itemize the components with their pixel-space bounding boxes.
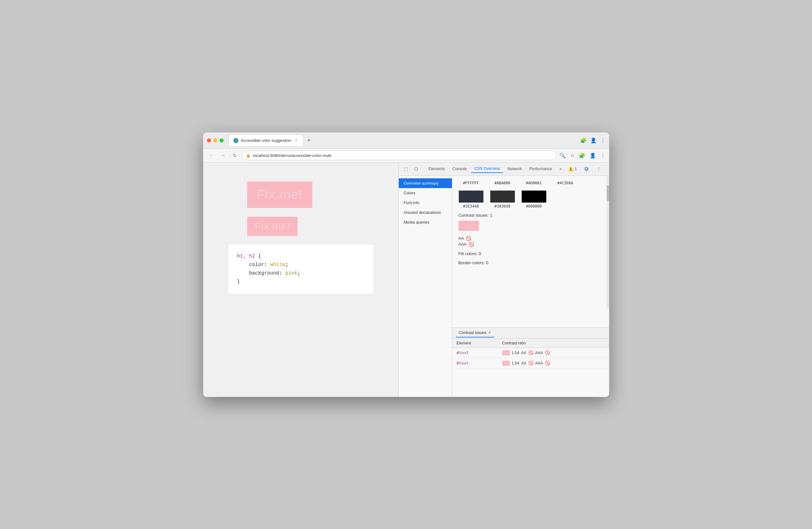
hex-label-3: #AD00A1: [521, 181, 547, 185]
browser-tab[interactable]: Accessible color suggestion ✕: [229, 134, 304, 146]
scrollbar-thumb[interactable]: [607, 185, 609, 201]
reload-button[interactable]: ↻: [231, 151, 239, 160]
color-label-3: #000000: [526, 204, 542, 209]
tab-performance[interactable]: Performance: [526, 165, 555, 173]
tab-more-button[interactable]: »: [556, 165, 565, 173]
color-item-2: #303030: [490, 190, 515, 209]
url-bar[interactable]: 🔒 localhost:8080/demo/accessible-color-m…: [242, 151, 556, 160]
sidebar-item-media-queries[interactable]: Media queries: [399, 217, 452, 227]
aaa-fail-icon: 🚫: [468, 242, 474, 247]
back-button[interactable]: ←: [207, 151, 216, 159]
forward-button[interactable]: →: [219, 151, 228, 159]
tab-css-overview[interactable]: CSS Overview: [471, 165, 503, 173]
traffic-lights: [207, 138, 223, 142]
address-bar: ← → ↻ 🔒 localhost:8080/demo/accessible-c…: [203, 149, 609, 162]
contrast-tab-bar: Contrast issues ✕: [452, 328, 609, 339]
color-label-2: #303030: [494, 204, 510, 209]
profile-icon[interactable]: 👤: [590, 138, 597, 143]
tab-bar: Accessible color suggestion ✕ +: [229, 134, 578, 146]
color-swatch-2[interactable]: [490, 190, 515, 203]
title-bar: Accessible color suggestion ✕ + 🧩 👤 ⋮: [203, 132, 609, 149]
minimize-button[interactable]: [213, 138, 217, 142]
menu-icon[interactable]: ⋮: [600, 138, 605, 143]
aa-row: AA 🚫: [459, 236, 603, 241]
contrast-table: Element Contrast ratio ➜: [452, 339, 609, 397]
close-devtools-button[interactable]: ✕: [606, 165, 609, 173]
more-button[interactable]: ⋮: [594, 165, 604, 173]
zoom-icon[interactable]: 🔍: [560, 153, 566, 158]
browser-menu-icon[interactable]: ⋮: [600, 153, 605, 158]
aa-fail-icon: 🚫: [466, 236, 471, 241]
tab-close-button[interactable]: ✕: [294, 138, 299, 143]
settings-button[interactable]: ⚙️: [581, 165, 592, 173]
maximize-button[interactable]: [219, 138, 223, 142]
hex-label-4: #4C566A: [553, 181, 578, 185]
page-content: Fix me! Fix me! h1, h2 { color: white; b…: [203, 162, 398, 397]
tab-elements[interactable]: Elements: [425, 165, 448, 173]
browser-window: Accessible color suggestion ✕ + 🧩 👤 ⋮ ← …: [203, 132, 609, 397]
color-swatch-3[interactable]: [521, 190, 547, 203]
device-toggle-button[interactable]: ⬡: [412, 165, 420, 173]
address-bar-icons: 🔍 ☆ 🧩 👤 ⋮: [560, 153, 605, 158]
aa-badge-1: Aa: [502, 351, 510, 355]
table-row[interactable]: #text Aa 1.54 AA 🚫: [452, 358, 609, 368]
contrast-issues-label: Contrast issues: 1: [459, 213, 603, 218]
color-item-3: #000000: [521, 190, 547, 209]
aa-fail-badge-2: 🚫: [528, 361, 533, 366]
lock-icon: 🔒: [246, 153, 251, 158]
devtools-panel: ⬚ ⬡ Elements Console CSS Overview Networ…: [398, 162, 609, 397]
sidebar-item-unused-declarations[interactable]: Unused declarations: [399, 208, 452, 217]
hex-label-2: #ABA800: [490, 181, 515, 185]
tab-favicon-icon: [233, 138, 238, 143]
devtools-lower-panel: Contrast issues ✕ Element Contrast ratio: [452, 328, 609, 397]
inspect-button[interactable]: ⬚: [401, 165, 410, 173]
extension-icon[interactable]: 🧩: [579, 153, 585, 158]
bookmark-icon[interactable]: ☆: [570, 153, 575, 158]
aa-label: AA: [459, 236, 464, 241]
contrast-tab-close-button[interactable]: ✕: [488, 331, 491, 334]
devtools-main: Overview summary Colors Font info Unused…: [399, 176, 609, 397]
fill-colors-label: Fill colors: 0: [459, 251, 603, 256]
extensions-icon[interactable]: 🧩: [580, 138, 586, 143]
sidebar-item-colors[interactable]: Colors: [399, 188, 452, 198]
warning-button[interactable]: ⚠️ 1: [566, 166, 579, 172]
url-text: localhost:8080/demo/accessible-color-mul…: [253, 153, 332, 158]
fix-me-large-box: Fix me!: [247, 182, 312, 208]
aaa-label: AAA: [459, 242, 467, 246]
text-preview-box: Text: [459, 221, 479, 231]
aa-badge-2: Aa: [502, 361, 510, 366]
browser-content: Fix me! Fix me! h1, h2 { color: white; b…: [203, 162, 609, 397]
devtools-upper-panel: #FFFFFF #ABA800 #AD00A1 #4C566A #2E3440: [452, 176, 609, 328]
ratio-text-2: 1.54: [512, 361, 519, 366]
color-swatch-1[interactable]: [459, 190, 484, 203]
code-block: h1, h2 { color: white; background: pink;…: [228, 245, 373, 294]
contrast-issues-tab[interactable]: Contrast issues ✕: [456, 329, 494, 338]
warning-count: 1: [575, 167, 577, 171]
contrast-ratio-cell-2: Aa 1.54 AA 🚫 AAA 🚫: [502, 361, 605, 366]
tab-title: Accessible color suggestion: [241, 138, 291, 143]
new-tab-button[interactable]: +: [305, 136, 313, 145]
tab-network[interactable]: Network: [505, 165, 525, 173]
devtools-toolbar: ⬚ ⬡ Elements Console CSS Overview Networ…: [399, 162, 609, 176]
aaa-text-1: AAA: [535, 351, 543, 355]
table-row[interactable]: ➜ #text Aa 1.54: [452, 347, 609, 358]
col-contrast-ratio: Contrast ratio: [498, 339, 609, 348]
fix-me-small-text: Fix me!: [255, 220, 290, 232]
col-element: Element: [452, 339, 498, 348]
fix-me-small-box: Fix me!: [247, 217, 298, 236]
aaa-text-2: AAA: [535, 361, 543, 366]
aa-aaa-labels: AA 🚫 AAA 🚫: [459, 236, 603, 247]
tab-console[interactable]: Console: [449, 165, 470, 173]
sidebar-item-font-info[interactable]: Font info: [399, 198, 452, 208]
devtools-right-panel: #FFFFFF #ABA800 #AD00A1 #4C566A #2E3440: [452, 176, 609, 397]
devtools-sidebar: Overview summary Colors Font info Unused…: [399, 176, 452, 397]
border-colors-label: Border colors: 0: [459, 260, 603, 265]
aa-text-2: AA: [521, 361, 526, 366]
close-button[interactable]: [207, 138, 211, 142]
profile-avatar[interactable]: 👤: [590, 153, 596, 158]
color-item-1: #2E3440: [459, 190, 484, 209]
aaa-row: AAA 🚫: [459, 242, 603, 247]
hex-labels-top: #FFFFFF #ABA800 #AD00A1 #4C566A: [459, 181, 603, 185]
hex-label-1: #FFFFFF: [459, 181, 484, 185]
sidebar-item-overview[interactable]: Overview summary: [399, 178, 452, 188]
